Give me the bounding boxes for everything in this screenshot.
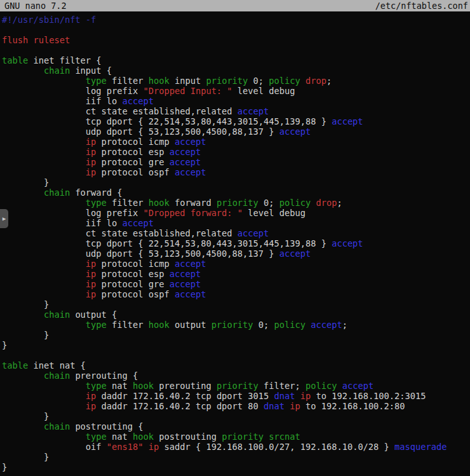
code-line [2,25,470,35]
code-line: ip daddr 172.16.40.2 tcp dport 80 dnat i… [2,401,470,411]
code-line: #!/usr/sbin/nft -f [2,15,470,25]
nano-titlebar: GNU nano 7.2 /etc/nftables.conf [0,0,470,11]
code-line: table inet filter { [2,55,470,65]
terminal-window: GNU nano 7.2 /etc/nftables.conf #!/usr/s… [0,0,470,476]
code-line: chain postrouting { [2,421,470,432]
code-line: chain output { [2,309,470,320]
editor-content[interactable]: #!/usr/sbin/nft -fflush rulesettable ine… [0,11,470,472]
code-line: udp dport { 53,123,500,4500,88,137 } acc… [2,248,470,259]
code-line: iif lo accept [2,96,470,106]
code-line: table inet nat { [2,360,470,371]
code-line [2,45,470,55]
code-line: tcp dport { 22,514,53,80,443,3015,445,13… [2,238,470,248]
code-line: ip protocol esp accept [2,147,470,157]
chevron-right-icon: ▶ [3,216,6,222]
code-line: type nat hook postrouting priority srcna… [2,432,470,442]
code-line: ct state established,related accept [2,228,470,238]
code-line: ip protocol gre accept [2,157,470,167]
file-path-label: /etc/nftables.conf [375,1,468,11]
code-line: type nat hook prerouting priority filter… [2,381,470,391]
code-line: ip protocol esp accept [2,269,470,279]
code-line: tcp dport { 22,514,53,80,443,3015,445,13… [2,116,470,126]
code-line: ip protocol icmp accept [2,259,470,269]
code-line: } [2,299,470,309]
code-line: ip protocol ospf accept [2,289,470,299]
code-line: ip protocol gre accept [2,279,470,289]
code-line: chain forward { [2,187,470,198]
code-line: } [2,330,470,340]
sidebar-toggle-handle[interactable]: ▶ [0,209,8,228]
code-line: ct state established,related accept [2,106,470,116]
code-line: type filter hook input priority 0; polic… [2,76,470,86]
code-line: oif "ens18" ip saddr { 192.168.100.0/27,… [2,442,470,452]
code-line: } [2,411,470,421]
code-line: ip daddr 172.16.40.2 tcp dport 3015 dnat… [2,391,470,401]
code-line: ip protocol icmp accept [2,137,470,147]
code-line: flush ruleset [2,35,470,45]
code-line: type filter hook output priority 0; poli… [2,320,470,330]
code-line: } [2,177,470,187]
code-line: log prefix "Dropped Input: " level debug [2,86,470,96]
code-line: udp dport { 53,123,500,4500,88,137 } acc… [2,126,470,137]
code-line: chain prerouting { [2,371,470,381]
code-line: } [2,462,470,472]
code-line: type filter hook forward priority 0; pol… [2,198,470,208]
code-line: ip protocol ospf accept [2,167,470,177]
code-line: chain input { [2,65,470,76]
code-line: } [2,340,470,350]
code-line: } [2,452,470,462]
code-line: log prefix "Dropped forward: " level deb… [2,208,470,218]
nano-version-label: GNU nano 7.2 [4,1,67,11]
code-line [2,350,470,360]
code-line: iif lo accept [2,218,470,228]
